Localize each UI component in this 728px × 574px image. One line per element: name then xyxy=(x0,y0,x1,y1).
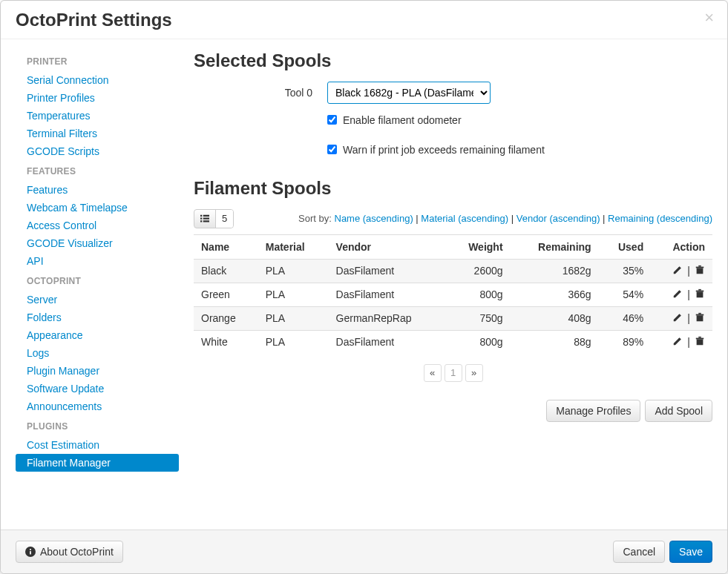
warn-exceed-label[interactable]: Warn if print job exceeds remaining fila… xyxy=(343,144,545,156)
cell-used: 54% xyxy=(599,283,652,306)
page-size-selector[interactable]: 5 xyxy=(194,209,234,228)
cell-name: White xyxy=(194,330,258,354)
sidebar-item-announcements[interactable]: Announcements xyxy=(16,397,179,415)
cell-material: PLA xyxy=(258,330,329,354)
cell-used: 46% xyxy=(599,306,652,330)
cell-vendor: DasFilament xyxy=(329,283,447,306)
manage-profiles-button[interactable]: Manage Profiles xyxy=(546,400,640,422)
svg-point-20 xyxy=(30,549,31,550)
col-weight: Weight xyxy=(446,234,510,259)
sidebar-item-terminal-filters[interactable]: Terminal Filters xyxy=(16,125,179,142)
warn-exceed-checkbox[interactable] xyxy=(327,145,337,154)
enable-odometer-checkbox[interactable] xyxy=(327,115,337,125)
cell-weight: 800g xyxy=(446,330,510,354)
spools-table: NameMaterialVendorWeightRemainingUsedAct… xyxy=(194,234,712,354)
svg-rect-1 xyxy=(203,215,209,217)
sort-link[interactable]: Remaining (descending) xyxy=(608,213,712,224)
sidebar-item-webcam-timelapse[interactable]: Webcam & Timelapse xyxy=(16,199,179,217)
sidebar-item-appearance[interactable]: Appearance xyxy=(16,326,179,344)
cell-vendor: GermanRepRap xyxy=(329,306,447,330)
save-button[interactable]: Save xyxy=(669,541,712,563)
svg-rect-3 xyxy=(203,217,209,219)
sidebar-item-folders[interactable]: Folders xyxy=(16,309,179,326)
svg-rect-15 xyxy=(697,339,704,345)
svg-rect-14 xyxy=(698,313,701,314)
sort-link[interactable]: Vendor (ascending) xyxy=(517,213,600,224)
sidebar-item-cost-estimation[interactable]: Cost Estimation xyxy=(16,436,179,454)
svg-rect-12 xyxy=(697,315,704,321)
cell-material: PLA xyxy=(258,306,329,330)
svg-rect-10 xyxy=(696,290,704,291)
edit-icon[interactable] xyxy=(672,265,683,277)
page-size-value: 5 xyxy=(215,210,233,228)
sidebar-item-serial-connection[interactable]: Serial Connection xyxy=(16,71,179,89)
edit-icon[interactable] xyxy=(672,288,683,301)
svg-rect-16 xyxy=(696,337,704,339)
info-icon xyxy=(25,547,36,557)
table-row: BlackPLADasFilament2600g1682g35%| xyxy=(194,259,712,283)
cell-used: 35% xyxy=(599,259,652,283)
col-vendor: Vendor xyxy=(329,234,447,259)
table-row: OrangePLAGermanRepRap750g408g46%| xyxy=(194,306,712,330)
nav-section-header: OCTOPRINT xyxy=(16,270,179,291)
sort-link[interactable]: Material (ascending) xyxy=(421,213,508,224)
settings-content: Selected Spools Tool 0 Black 1682g - PLA… xyxy=(194,50,712,522)
trash-icon[interactable] xyxy=(695,336,705,349)
sidebar-item-filament-manager[interactable]: Filament Manager xyxy=(16,454,179,472)
trash-icon[interactable] xyxy=(695,265,705,277)
sort-by-links: Sort by: Name (ascending) | Material (as… xyxy=(298,213,712,224)
edit-icon[interactable] xyxy=(672,312,683,325)
add-spool-button[interactable]: Add Spool xyxy=(645,400,712,422)
about-button[interactable]: About OctoPrint xyxy=(16,541,123,563)
sidebar-item-gcode-visualizer[interactable]: GCODE Visualizer xyxy=(16,234,179,252)
cell-used: 89% xyxy=(599,330,652,354)
sidebar-item-api[interactable]: API xyxy=(16,252,179,270)
sidebar-item-features[interactable]: Features xyxy=(16,181,179,199)
cell-material: PLA xyxy=(258,259,329,283)
about-label: About OctoPrint xyxy=(40,546,114,558)
nav-section-header: PRINTER xyxy=(16,50,179,71)
nav-section-header: PLUGINS xyxy=(16,415,179,436)
trash-icon[interactable] xyxy=(695,288,705,301)
cell-weight: 750g xyxy=(446,306,510,330)
page-prev[interactable]: « xyxy=(424,364,442,382)
sidebar-item-logs[interactable]: Logs xyxy=(16,344,179,362)
col-material: Material xyxy=(258,234,329,259)
filament-spools-heading: Filament Spools xyxy=(194,178,712,199)
sidebar-item-temperatures[interactable]: Temperatures xyxy=(16,107,179,125)
page-1[interactable]: 1 xyxy=(445,364,462,382)
table-row: GreenPLADasFilament800g366g54%| xyxy=(194,283,712,306)
cell-action: | xyxy=(651,259,712,283)
cell-weight: 2600g xyxy=(446,259,510,283)
sort-link[interactable]: Name (ascending) xyxy=(335,213,413,224)
list-icon xyxy=(194,210,215,228)
trash-icon[interactable] xyxy=(695,312,705,325)
cell-action: | xyxy=(651,330,712,354)
cell-remaining: 366g xyxy=(511,283,599,306)
svg-rect-2 xyxy=(200,217,202,219)
sidebar-item-server[interactable]: Server xyxy=(16,291,179,309)
col-used: Used xyxy=(599,234,652,259)
close-icon[interactable]: × xyxy=(704,10,714,26)
sidebar-item-plugin-manager[interactable]: Plugin Manager xyxy=(16,362,179,380)
svg-rect-7 xyxy=(696,266,704,268)
pagination: «1» xyxy=(194,364,712,382)
cell-weight: 800g xyxy=(446,283,510,306)
cancel-button[interactable]: Cancel xyxy=(613,541,665,563)
sidebar-item-access-control[interactable]: Access Control xyxy=(16,217,179,234)
tool-label: Tool 0 xyxy=(194,87,327,99)
sidebar-item-software-update[interactable]: Software Update xyxy=(16,380,179,397)
svg-rect-6 xyxy=(697,268,704,274)
nav-section-header: FEATURES xyxy=(16,160,179,181)
svg-rect-8 xyxy=(698,265,701,267)
tool-spool-select[interactable]: Black 1682g - PLA (DasFilament) xyxy=(327,82,491,104)
cell-remaining: 1682g xyxy=(511,259,599,283)
sidebar-item-printer-profiles[interactable]: Printer Profiles xyxy=(16,89,179,107)
sidebar-item-gcode-scripts[interactable]: GCODE Scripts xyxy=(16,142,179,160)
svg-rect-0 xyxy=(200,215,202,217)
svg-rect-5 xyxy=(203,220,209,222)
page-next[interactable]: » xyxy=(465,364,483,382)
edit-icon[interactable] xyxy=(672,336,683,349)
cell-action: | xyxy=(651,283,712,306)
enable-odometer-label[interactable]: Enable filament odometer xyxy=(343,114,462,126)
